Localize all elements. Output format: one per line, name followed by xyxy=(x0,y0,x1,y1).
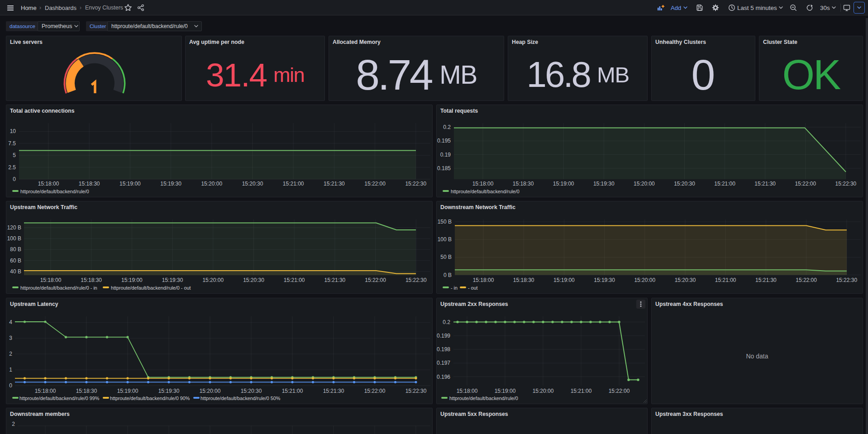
svg-text:0: 0 xyxy=(9,382,12,389)
svg-text:0.19: 0.19 xyxy=(440,152,451,158)
svg-text:4: 4 xyxy=(9,319,12,325)
svg-text:1: 1 xyxy=(9,367,12,373)
svg-text:15:20:00: 15:20:00 xyxy=(202,277,224,283)
svg-text:15:22:30: 15:22:30 xyxy=(836,277,857,283)
svg-text:3: 3 xyxy=(9,335,12,341)
svg-text:- in: - in xyxy=(451,285,458,291)
svg-text:0.2: 0.2 xyxy=(443,319,450,325)
svg-text:120 B: 120 B xyxy=(7,224,21,231)
svg-text:httproute/default/backend/rule: httproute/default/backend/rule/0 - out xyxy=(111,285,191,291)
svg-text:15:19:00: 15:19:00 xyxy=(495,388,516,394)
svg-text:2.5: 2.5 xyxy=(8,164,16,171)
svg-text:100 B: 100 B xyxy=(7,235,21,242)
svg-text:httproute/default/backend/rule: httproute/default/backend/rule/0 xyxy=(20,189,89,194)
svg-text:15:22:30: 15:22:30 xyxy=(835,181,857,187)
svg-text:15:20:30: 15:20:30 xyxy=(675,277,696,283)
svg-text:15:19:00: 15:19:00 xyxy=(553,181,574,187)
svg-text:15:19:00: 15:19:00 xyxy=(121,277,143,283)
svg-text:10: 10 xyxy=(10,128,16,134)
svg-text:15:18:30: 15:18:30 xyxy=(76,388,97,394)
svg-text:15:22:00: 15:22:00 xyxy=(364,388,386,394)
svg-text:0.198: 0.198 xyxy=(437,346,450,353)
svg-text:15:20:00: 15:20:00 xyxy=(200,388,221,394)
svg-text:0.195: 0.195 xyxy=(437,138,451,144)
svg-text:15:20:00: 15:20:00 xyxy=(533,388,554,394)
svg-text:15:22:00: 15:22:00 xyxy=(795,181,816,187)
svg-text:0.199: 0.199 xyxy=(437,333,450,339)
svg-text:15:22:30: 15:22:30 xyxy=(405,277,427,283)
svg-text:- out: - out xyxy=(468,285,478,291)
svg-text:15:18:30: 15:18:30 xyxy=(513,181,534,187)
svg-text:15:19:00: 15:19:00 xyxy=(117,388,138,394)
svg-text:0 B: 0 B xyxy=(444,272,452,278)
svg-text:15:20:30: 15:20:30 xyxy=(241,388,262,394)
svg-text:15:19:30: 15:19:30 xyxy=(594,277,615,283)
svg-text:15:22:00: 15:22:00 xyxy=(796,277,817,283)
svg-text:15:20:00: 15:20:00 xyxy=(634,181,655,187)
svg-text:httproute/default/backend/rule: httproute/default/backend/rule/0 50% xyxy=(200,396,281,401)
svg-text:15:18:00: 15:18:00 xyxy=(457,388,478,394)
svg-text:0.196: 0.196 xyxy=(437,374,450,380)
svg-text:50 B: 50 B xyxy=(440,254,452,260)
svg-text:15:20:00: 15:20:00 xyxy=(634,277,655,283)
svg-text:15:18:30: 15:18:30 xyxy=(81,277,102,283)
svg-text:15:21:00: 15:21:00 xyxy=(715,277,736,283)
svg-text:15:18:00: 15:18:00 xyxy=(473,277,494,283)
svg-text:15:21:00: 15:21:00 xyxy=(571,388,592,394)
svg-text:0.2: 0.2 xyxy=(443,124,451,130)
svg-text:100 B: 100 B xyxy=(438,236,452,243)
svg-text:60 B: 60 B xyxy=(10,258,21,264)
svg-text:15:18:00: 15:18:00 xyxy=(472,181,494,187)
svg-text:15:19:00: 15:19:00 xyxy=(119,181,141,187)
svg-text:httproute/default/backend/rule: httproute/default/backend/rule/0 xyxy=(449,396,518,401)
svg-text:15:19:00: 15:19:00 xyxy=(553,277,575,283)
svg-text:15:21:00: 15:21:00 xyxy=(283,181,304,187)
svg-text:15:21:30: 15:21:30 xyxy=(324,181,345,187)
svg-text:15:22:30: 15:22:30 xyxy=(405,388,427,394)
svg-text:15:22:00: 15:22:00 xyxy=(609,388,630,394)
svg-text:15:22:00: 15:22:00 xyxy=(364,181,386,187)
svg-text:15:22:00: 15:22:00 xyxy=(365,277,386,283)
svg-text:15:18:00: 15:18:00 xyxy=(40,277,62,283)
svg-text:15:19:30: 15:19:30 xyxy=(160,181,181,187)
svg-text:15:18:00: 15:18:00 xyxy=(35,388,56,394)
svg-text:15:21:30: 15:21:30 xyxy=(755,277,777,283)
svg-text:15:21:00: 15:21:00 xyxy=(282,388,303,394)
svg-text:httproute/default/backend/rule: httproute/default/backend/rule/0 90% xyxy=(110,396,190,401)
svg-text:15:21:00: 15:21:00 xyxy=(284,277,305,283)
svg-text:15:19:30: 15:19:30 xyxy=(162,277,183,283)
svg-text:15:18:00: 15:18:00 xyxy=(38,181,59,187)
svg-text:15:21:30: 15:21:30 xyxy=(323,388,344,394)
svg-text:5: 5 xyxy=(13,152,16,158)
svg-text:2: 2 xyxy=(12,421,15,427)
svg-text:0.197: 0.197 xyxy=(437,360,450,366)
svg-text:2: 2 xyxy=(9,351,12,357)
svg-text:15:21:30: 15:21:30 xyxy=(754,181,776,187)
svg-text:httproute/default/backend/rule: httproute/default/backend/rule/0 - in xyxy=(20,285,97,291)
svg-text:15:21:30: 15:21:30 xyxy=(324,277,346,283)
svg-text:7.5: 7.5 xyxy=(8,140,16,147)
svg-text:15:19:30: 15:19:30 xyxy=(158,388,180,394)
svg-text:15:20:00: 15:20:00 xyxy=(201,181,222,187)
svg-text:150 B: 150 B xyxy=(438,219,452,225)
svg-text:15:20:30: 15:20:30 xyxy=(243,277,264,283)
svg-text:15:22:30: 15:22:30 xyxy=(405,181,426,187)
svg-text:15:18:30: 15:18:30 xyxy=(513,277,534,283)
svg-text:15:19:30: 15:19:30 xyxy=(593,181,615,187)
svg-text:0.185: 0.185 xyxy=(437,165,451,172)
svg-text:15:18:30: 15:18:30 xyxy=(79,181,100,187)
svg-text:80 B: 80 B xyxy=(10,246,21,253)
svg-text:0: 0 xyxy=(13,176,16,182)
svg-text:httproute/default/backend/rule: httproute/default/backend/rule/0 99% xyxy=(19,396,100,401)
svg-text:httproute/default/backend/rule: httproute/default/backend/rule/0 xyxy=(451,189,520,194)
svg-text:40 B: 40 B xyxy=(10,268,21,275)
svg-text:15:20:30: 15:20:30 xyxy=(242,181,263,187)
svg-text:15:20:30: 15:20:30 xyxy=(674,181,695,187)
svg-text:15:21:00: 15:21:00 xyxy=(714,181,735,187)
